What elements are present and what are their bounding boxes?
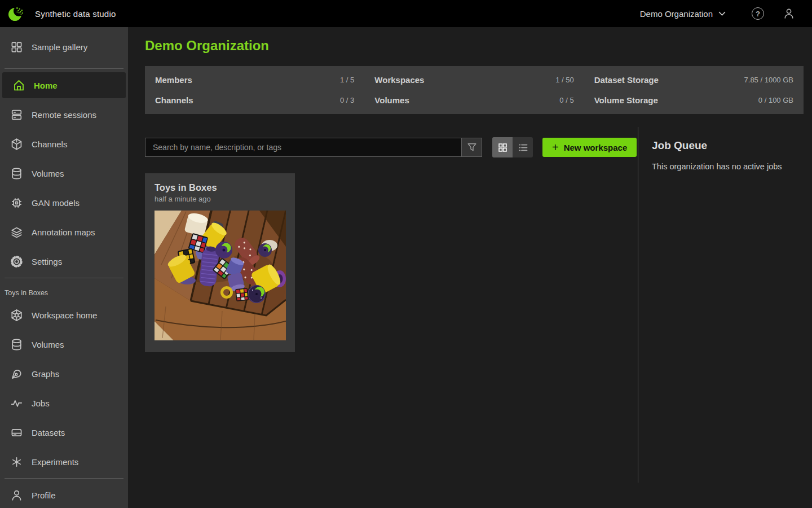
sidebar-item-label: Home (34, 81, 58, 90)
topbar: Synthetic data studio Demo Organization … (0, 0, 812, 27)
view-toggle-group (492, 137, 533, 157)
new-workspace-button[interactable]: + New workspace (542, 138, 637, 157)
stat-value: 0 / 100 GB (758, 96, 793, 104)
app-logo-icon (7, 5, 25, 23)
stat-value: 0 / 3 (340, 96, 354, 104)
stat-value: 1 / 50 (555, 76, 574, 84)
dataset-drive-icon (10, 426, 24, 440)
sidebar-item-jobs[interactable]: Jobs (0, 388, 128, 418)
stat-volumes: Volumes 0 / 5 (364, 90, 584, 111)
server-icon (10, 108, 24, 122)
grid-view-button[interactable] (492, 137, 513, 157)
sidebar-item-label: Experiments (32, 457, 78, 467)
sidebar-item-label: Channels (32, 139, 67, 149)
stat-value: 7.85 / 1000 GB (744, 76, 793, 84)
workspace-toolbar: + New workspace (145, 137, 637, 157)
stat-label: Dataset Storage (594, 75, 659, 85)
sidebar-item-label: Annotation maps (32, 227, 95, 237)
chevron-down-icon (718, 11, 726, 16)
stat-label: Volume Storage (594, 95, 658, 105)
main-content: Demo Organization Members 1 / 5 Workspac… (128, 27, 812, 508)
database-icon (10, 167, 24, 181)
help-glyph: ? (756, 10, 760, 18)
stat-members: Members 1 / 5 (145, 69, 364, 90)
sidebar-item-label: Profile (32, 491, 56, 500)
sidebar-item-label: Jobs (32, 398, 50, 408)
workspace-card-title: Toys in Boxes (155, 182, 285, 193)
sidebar-item-label: Settings (32, 257, 62, 266)
hexagon-box-icon (10, 308, 24, 322)
sidebar-item-label: GAN models (32, 198, 80, 208)
workspace-card[interactable]: Toys in Boxes half a minute ago (145, 173, 295, 352)
pen-nib-icon (10, 367, 24, 381)
grid-view-icon (497, 142, 509, 154)
sidebar-item-label: Remote sessions (32, 110, 96, 120)
sidebar-item-gan-models[interactable]: GAN models (0, 188, 128, 217)
filter-button[interactable] (462, 138, 482, 157)
search-input[interactable] (145, 138, 462, 157)
help-icon[interactable]: ? (752, 7, 764, 20)
stat-label: Workspaces (374, 75, 424, 85)
sidebar-item-label: Workspace home (32, 310, 97, 320)
sidebar-item-home[interactable]: Home (2, 72, 126, 98)
stat-value: 0 / 5 (559, 96, 573, 104)
gear-icon (10, 255, 24, 269)
home-icon (12, 78, 26, 93)
sidebar-item-datasets[interactable]: Datasets (0, 418, 128, 447)
profile-icon[interactable] (782, 7, 796, 20)
stat-label: Channels (155, 95, 193, 105)
sidebar-divider (5, 478, 123, 479)
org-selector-label: Demo Organization (640, 9, 713, 19)
sidebar-item-experiments[interactable]: Experiments (0, 447, 128, 476)
sidebar-item-label: Volumes (32, 340, 64, 349)
sidebar-divider (5, 278, 123, 278)
sidebar-item-volumes[interactable]: Volumes (0, 159, 128, 188)
asterisk-icon (10, 455, 24, 469)
sidebar: Sample gallery Home Remote sessions (0, 27, 128, 508)
stat-label: Members (155, 75, 192, 85)
database-icon (10, 338, 24, 352)
org-stats-panel: Members 1 / 5 Workspaces 1 / 50 Dataset … (145, 66, 804, 114)
job-queue-panel: Job Queue This organization has no activ… (638, 127, 812, 483)
sidebar-item-ws-volumes[interactable]: Volumes (0, 330, 128, 359)
activity-pulse-icon (10, 396, 24, 410)
plus-icon: + (552, 142, 559, 153)
list-view-icon (517, 142, 529, 154)
sidebar-divider (5, 68, 123, 69)
sidebar-item-label: Volumes (32, 169, 64, 178)
sidebar-item-label: Graphs (32, 369, 59, 379)
sidebar-item-label: Datasets (32, 428, 65, 437)
org-selector[interactable]: Demo Organization (640, 9, 726, 19)
sidebar-item-workspace-home[interactable]: Workspace home (0, 300, 128, 330)
sidebar-item-label: Sample gallery (32, 42, 87, 52)
person-icon (10, 488, 24, 502)
sidebar-item-sample-gallery[interactable]: Sample gallery (0, 27, 128, 67)
chip-icon (10, 196, 24, 210)
workspace-section-label: Toys in Boxes (0, 280, 128, 300)
funnel-icon (466, 141, 478, 154)
stat-channels: Channels 0 / 3 (145, 90, 364, 111)
stat-dataset-storage: Dataset Storage 7.85 / 1000 GB (584, 69, 804, 90)
sidebar-item-graphs[interactable]: Graphs (0, 359, 128, 388)
workspace-thumbnail (155, 211, 286, 340)
sidebar-item-remote-sessions[interactable]: Remote sessions (0, 100, 128, 129)
app-title: Synthetic data studio (35, 9, 116, 19)
sidebar-item-profile[interactable]: Profile (0, 480, 128, 508)
sidebar-item-settings[interactable]: Settings (0, 247, 128, 276)
page-title: Demo Organization (145, 38, 269, 54)
list-view-button[interactable] (513, 137, 533, 157)
stat-value: 1 / 5 (340, 76, 354, 84)
sidebar-item-channels[interactable]: Channels (0, 129, 128, 159)
grid-gallery-icon (10, 40, 24, 54)
layers-icon (10, 225, 24, 239)
sidebar-item-annotation-maps[interactable]: Annotation maps (0, 217, 128, 247)
job-queue-empty-message: This organization has no active jobs (652, 162, 812, 171)
stat-volume-storage: Volume Storage 0 / 100 GB (584, 90, 804, 111)
job-queue-title: Job Queue (652, 139, 812, 152)
workspace-card-timestamp: half a minute ago (155, 195, 285, 203)
stat-label: Volumes (374, 95, 409, 105)
cube-icon (10, 137, 24, 151)
stat-workspaces: Workspaces 1 / 50 (364, 69, 584, 90)
